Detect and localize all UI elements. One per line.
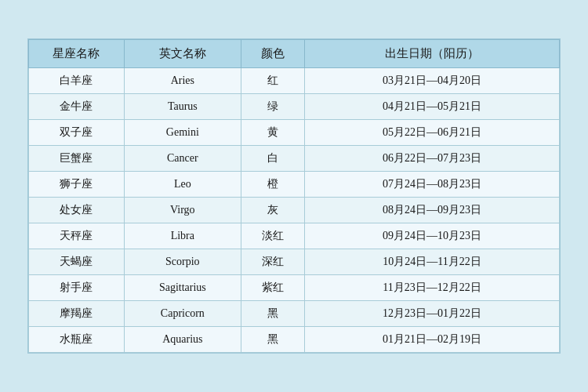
cell-date: 12月23日—01月22日 [305,301,560,327]
cell-chinese: 狮子座 [29,172,125,198]
cell-chinese: 双子座 [29,120,125,146]
cell-english: Capricorn [124,301,241,327]
cell-chinese: 水瓶座 [29,327,125,353]
cell-english: Cancer [124,146,241,172]
table-row: 水瓶座Aquarius黑01月21日—02月19日 [29,327,560,353]
header-color: 颜色 [241,40,304,68]
cell-english: Virgo [124,198,241,223]
cell-english: Sagittarius [124,275,241,301]
cell-date: 10月24日—11月22日 [305,249,560,275]
cell-color: 绿 [241,94,304,120]
cell-date: 05月22日—06月21日 [305,120,560,146]
cell-date: 06月22日—07月23日 [305,146,560,172]
cell-date: 04月21日—05月21日 [305,94,560,120]
cell-color: 淡红 [241,223,304,249]
cell-chinese: 金牛座 [29,94,125,120]
cell-date: 03月21日—04月20日 [305,68,560,94]
table-row: 天秤座Libra淡红09月24日—10月23日 [29,223,560,249]
zodiac-table: 星座名称 英文名称 颜色 出生日期（阳历） 白羊座Aries红03月21日—04… [28,39,560,353]
cell-color: 黑 [241,301,304,327]
table-row: 摩羯座Capricorn黑12月23日—01月22日 [29,301,560,327]
header-english: 英文名称 [124,40,241,68]
cell-date: 07月24日—08月23日 [305,172,560,198]
table-row: 射手座Sagittarius紫红11月23日—12月22日 [29,275,560,301]
cell-color: 红 [241,68,304,94]
cell-chinese: 天秤座 [29,223,125,249]
cell-chinese: 天蝎座 [29,249,125,275]
table-body: 白羊座Aries红03月21日—04月20日金牛座Taurus绿04月21日—0… [29,68,560,353]
cell-english: Aquarius [124,327,241,353]
header-chinese: 星座名称 [29,40,125,68]
cell-english: Libra [124,223,241,249]
table-row: 狮子座Leo橙07月24日—08月23日 [29,172,560,198]
cell-english: Taurus [124,94,241,120]
table-row: 处女座Virgo灰08月24日—09月23日 [29,198,560,223]
cell-color: 深红 [241,249,304,275]
cell-english: Leo [124,172,241,198]
cell-date: 01月21日—02月19日 [305,327,560,353]
table-row: 天蝎座Scorpio深红10月24日—11月22日 [29,249,560,275]
cell-date: 08月24日—09月23日 [305,198,560,223]
cell-color: 白 [241,146,304,172]
cell-chinese: 处女座 [29,198,125,223]
cell-color: 橙 [241,172,304,198]
cell-chinese: 巨蟹座 [29,146,125,172]
table-row: 金牛座Taurus绿04月21日—05月21日 [29,94,560,120]
cell-chinese: 白羊座 [29,68,125,94]
cell-color: 黄 [241,120,304,146]
cell-color: 灰 [241,198,304,223]
header-date: 出生日期（阳历） [305,40,560,68]
cell-english: Gemini [124,120,241,146]
cell-chinese: 摩羯座 [29,301,125,327]
cell-chinese: 射手座 [29,275,125,301]
table-row: 双子座Gemini黄05月22日—06月21日 [29,120,560,146]
cell-date: 09月24日—10月23日 [305,223,560,249]
table-row: 巨蟹座Cancer白06月22日—07月23日 [29,146,560,172]
cell-english: Aries [124,68,241,94]
zodiac-table-container: 星座名称 英文名称 颜色 出生日期（阳历） 白羊座Aries红03月21日—04… [27,38,561,354]
table-header-row: 星座名称 英文名称 颜色 出生日期（阳历） [29,40,560,68]
table-row: 白羊座Aries红03月21日—04月20日 [29,68,560,94]
cell-color: 黑 [241,327,304,353]
cell-color: 紫红 [241,275,304,301]
cell-english: Scorpio [124,249,241,275]
cell-date: 11月23日—12月22日 [305,275,560,301]
